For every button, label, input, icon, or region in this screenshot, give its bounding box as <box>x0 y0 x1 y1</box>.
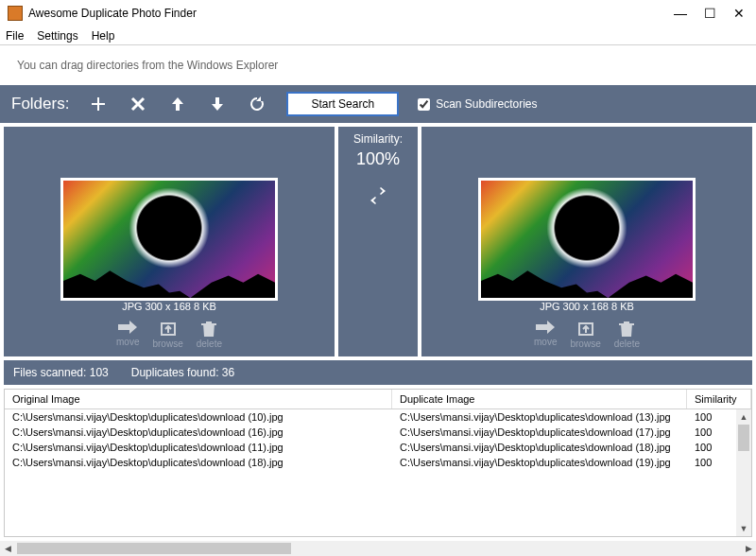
scan-subdirectories-checkbox[interactable]: Scan Subdirectories <box>418 97 537 111</box>
header-similarity[interactable]: Similarity <box>687 390 751 408</box>
maximize-button[interactable]: ☐ <box>704 6 716 21</box>
cell-original: C:\Users\mansi.vijay\Desktop\duplicates\… <box>5 425 392 440</box>
move-down-button[interactable] <box>207 94 228 114</box>
drag-hint: You can drag directories from the Window… <box>0 45 756 85</box>
menu-help[interactable]: Help <box>92 29 115 43</box>
table-row[interactable]: C:\Users\mansi.vijay\Desktop\duplicates\… <box>5 409 751 425</box>
left-move-button[interactable]: move <box>116 320 139 349</box>
table-row[interactable]: C:\Users\mansi.vijay\Desktop\duplicates\… <box>5 425 751 440</box>
scroll-left-icon[interactable]: ◀ <box>0 541 15 556</box>
files-scanned: Files scanned: 103 <box>13 366 109 379</box>
header-original[interactable]: Original Image <box>5 390 392 408</box>
stats-bar: Files scanned: 103 Duplicates found: 36 <box>4 360 752 385</box>
menu-file[interactable]: File <box>6 29 24 43</box>
scan-subdirectories-input[interactable] <box>418 98 430 111</box>
app-title: Awesome Duplicate Photo Finder <box>28 7 674 20</box>
results-table: Original Image Duplicate Image Similarit… <box>4 389 752 537</box>
right-image-meta: JPG 300 x 168 8 KB <box>534 301 640 312</box>
cell-duplicate: C:\Users\mansi.vijay\Desktop\duplicates\… <box>392 409 687 425</box>
left-delete-button[interactable]: delete <box>197 320 222 349</box>
left-panel: JPG 300 x 168 8 KB move browse delete <box>4 127 335 356</box>
cell-original: C:\Users\mansi.vijay\Desktop\duplicates\… <box>5 440 392 455</box>
move-up-button[interactable] <box>167 94 188 114</box>
left-thumbnail[interactable] <box>60 178 278 301</box>
header-duplicate[interactable]: Duplicate Image <box>392 390 687 408</box>
compare-area: JPG 300 x 168 8 KB move browse delete Si… <box>0 123 756 360</box>
toolbar: Folders: Start Search Scan Subdirectorie… <box>0 85 756 123</box>
cell-duplicate: C:\Users\mansi.vijay\Desktop\duplicates\… <box>392 455 687 470</box>
results-body[interactable]: C:\Users\mansi.vijay\Desktop\duplicates\… <box>5 409 751 536</box>
right-move-button[interactable]: move <box>534 320 557 349</box>
table-row[interactable]: C:\Users\mansi.vijay\Desktop\duplicates\… <box>5 440 751 455</box>
folders-label: Folders: <box>11 95 69 113</box>
minimize-button[interactable]: — <box>674 6 687 21</box>
scroll-right-icon[interactable]: ▶ <box>741 541 756 556</box>
similarity-value: 100% <box>356 149 400 169</box>
scroll-thumb[interactable] <box>738 425 749 451</box>
scroll-up-icon[interactable]: ▲ <box>736 409 751 425</box>
menubar: File Settings Help <box>0 26 756 45</box>
right-panel: JPG 300 x 168 8 KB move browse delete <box>421 127 752 356</box>
start-search-button[interactable]: Start Search <box>286 92 399 116</box>
remove-folder-button[interactable] <box>128 94 148 114</box>
app-icon <box>8 6 23 21</box>
cell-duplicate: C:\Users\mansi.vijay\Desktop\duplicates\… <box>392 440 687 455</box>
menu-settings[interactable]: Settings <box>37 29 77 43</box>
left-browse-button[interactable]: browse <box>152 320 182 349</box>
right-thumbnail[interactable] <box>478 178 696 301</box>
duplicates-found: Duplicates found: 36 <box>131 366 234 379</box>
refresh-button[interactable] <box>247 94 267 114</box>
close-button[interactable]: ✕ <box>733 6 745 21</box>
cell-original: C:\Users\mansi.vijay\Desktop\duplicates\… <box>5 455 392 470</box>
table-row[interactable]: C:\Users\mansi.vijay\Desktop\duplicates\… <box>5 455 751 470</box>
similarity-column: Similarity: 100% <box>338 127 418 356</box>
cell-duplicate: C:\Users\mansi.vijay\Desktop\duplicates\… <box>392 425 687 440</box>
vertical-scrollbar[interactable]: ▲ ▼ <box>736 409 751 536</box>
hscroll-thumb[interactable] <box>17 543 291 554</box>
right-browse-button[interactable]: browse <box>570 320 600 349</box>
left-image-meta: JPG 300 x 168 8 KB <box>116 301 222 312</box>
titlebar: Awesome Duplicate Photo Finder — ☐ ✕ <box>0 0 756 26</box>
cell-original: C:\Users\mansi.vijay\Desktop\duplicates\… <box>5 409 392 425</box>
scroll-down-icon[interactable]: ▼ <box>736 521 751 536</box>
right-delete-button[interactable]: delete <box>614 320 640 349</box>
results-header: Original Image Duplicate Image Similarit… <box>5 390 751 409</box>
similarity-label: Similarity: <box>353 132 403 146</box>
swap-button[interactable] <box>368 186 388 208</box>
horizontal-scrollbar[interactable]: ◀ ▶ <box>0 541 756 556</box>
add-folder-button[interactable] <box>88 94 109 114</box>
